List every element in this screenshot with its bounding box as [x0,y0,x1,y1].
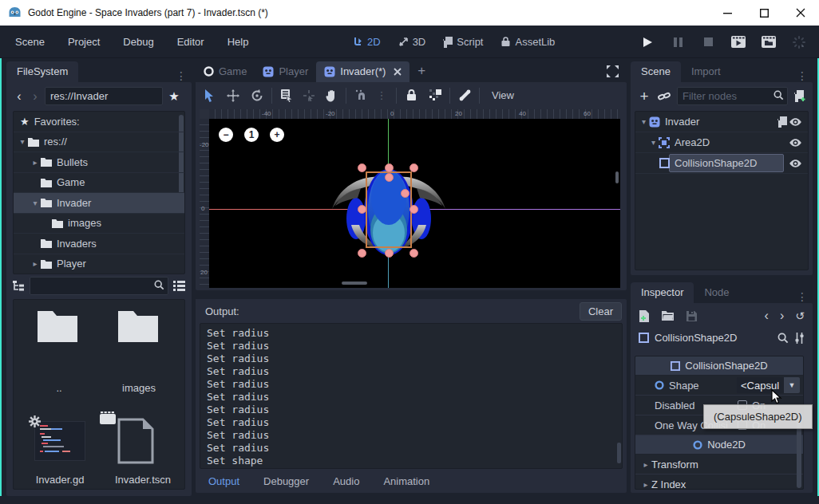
file-invader-tscn[interactable] [117,418,159,466]
tree-item-images[interactable]: images [14,214,184,234]
zoom-reset-button[interactable]: 1 [244,128,259,142]
canvas-content[interactable]: − 1 + [209,119,620,288]
menu-debug[interactable]: Debug [115,32,161,52]
pause-button[interactable] [669,33,686,51]
script-attached-icon[interactable] [777,116,787,128]
collision-shape-rect[interactable] [366,171,412,248]
chevron-down-icon[interactable]: ▾ [30,199,41,207]
history-back-icon[interactable]: ‹ [13,89,26,104]
viewport-hscrollbar[interactable] [342,282,367,285]
chevron-right-icon[interactable]: ▸ [30,259,41,268]
zoom-out-button[interactable]: − [219,128,233,142]
filesystem-search-input[interactable] [30,277,168,295]
viewport[interactable]: -40 -20 0 20 40 60 -20 0 20 [200,109,620,288]
chevron-down-icon[interactable]: ▾ [639,117,649,126]
tree-item-favorites[interactable]: ★ Favorites: [14,112,184,132]
file-label[interactable]: Invader.tscn [99,474,187,486]
history-next-icon[interactable]: › [780,309,784,323]
menu-scene[interactable]: Scene [7,32,53,52]
property-tools-icon[interactable] [794,333,805,344]
scene-tab-player[interactable]: Player [255,61,316,82]
section-node2d[interactable]: Node2D [635,435,803,455]
instance-scene-link-icon[interactable] [658,91,671,102]
filesystem-dock-menu-icon[interactable]: ⋮ [171,69,192,82]
group-zindex-row[interactable]: ▸ Z Index [635,474,803,490]
tab-debugger[interactable]: Debugger [257,472,315,490]
close-button[interactable] [782,0,819,26]
list-select-icon[interactable] [278,87,295,104]
tree-item-invaders[interactable]: Invaders [14,234,184,254]
skeleton-bone-icon[interactable] [456,87,473,104]
tab-inspector[interactable]: Inspector [631,282,694,303]
group-children-icon[interactable] [426,87,444,104]
chevron-down-icon[interactable]: ▾ [648,138,659,147]
file-label[interactable]: Invader.gd [20,474,100,486]
history-prev-icon[interactable]: ‹ [765,309,769,323]
selection-handle[interactable] [410,163,418,172]
list-view-toggle-icon[interactable] [173,281,185,291]
tree-item-player[interactable]: ▸ Player [14,254,184,275]
file-label[interactable]: .. [19,382,99,394]
tab-node[interactable]: Node [694,282,739,303]
selection-handle[interactable] [385,249,394,258]
new-resource-icon[interactable] [639,310,649,322]
select-tool-icon[interactable] [200,87,218,104]
selection-handle[interactable] [358,205,366,214]
clear-output-button[interactable]: Clear [580,302,622,321]
tab-output[interactable]: Output [202,472,246,490]
object-history-icon[interactable]: ↺ [795,309,805,322]
output-scrollbar[interactable] [617,443,621,463]
snap-options-menu-icon[interactable]: ⋮ [373,87,390,104]
folder-up-icon[interactable] [35,309,80,345]
tab-audio[interactable]: Audio [326,472,366,490]
capsule-height-handle[interactable] [385,173,394,182]
folder-images-icon[interactable] [116,309,160,345]
new-scene-tab-button[interactable]: + [417,63,425,79]
tab-filesystem[interactable]: FileSystem [6,61,78,82]
add-node-icon[interactable]: + [637,88,651,105]
workspace-assetlib[interactable]: AssetLib [497,33,558,51]
menu-project[interactable]: Project [60,32,108,52]
scene-node-invader[interactable]: ▾ Invader [635,112,808,132]
scene-tab-invader[interactable]: Invader(*) [316,61,410,82]
lock-object-icon[interactable] [402,87,420,104]
scene-dock-menu-icon[interactable]: ⋮ [792,69,813,82]
pan-tool-icon[interactable] [322,87,340,104]
tree-item-game[interactable]: Game [14,173,184,194]
tab-import[interactable]: Import [681,61,731,82]
menu-help[interactable]: Help [220,32,257,52]
shape-dropdown-arrow-icon[interactable]: ▼ [784,377,800,393]
tree-item-res-root[interactable]: ▾ res:// [14,132,184,153]
minimize-button[interactable] [709,0,746,26]
rotate-tool-icon[interactable] [248,87,266,104]
attach-script-icon[interactable] [794,90,806,103]
tree-view-toggle-icon[interactable] [13,281,25,292]
tree-item-invader[interactable]: ▾ Invader [14,193,184,214]
group-transform-row[interactable]: ▸ Transform [635,455,803,474]
maximize-button[interactable] [746,0,782,26]
workspace-2d[interactable]: 2D [350,33,384,51]
workspace-3d[interactable]: 3D [395,33,429,51]
selection-handle[interactable] [358,163,366,172]
capsule-radius-handle[interactable] [401,189,410,198]
scene-node-area2d[interactable]: ▾ Area2D [635,132,808,153]
visibility-eye-icon[interactable] [789,159,801,167]
scene-tab-game[interactable]: Game [196,61,255,82]
chevron-right-icon[interactable]: ▸ [30,158,41,167]
smart-snap-icon[interactable] [352,87,370,104]
distraction-free-icon[interactable] [607,65,619,77]
play-scene-button[interactable] [730,33,747,51]
visibility-eye-icon[interactable] [789,118,801,126]
visibility-eye-icon[interactable] [789,139,801,147]
file-invader-gd[interactable] [34,416,85,467]
play-button[interactable] [639,33,656,51]
viewport-vscrollbar[interactable] [615,171,619,183]
tab-scene[interactable]: Scene [631,61,681,82]
stop-button[interactable] [699,33,717,51]
selection-handle[interactable] [358,249,366,258]
path-field[interactable] [45,87,163,105]
selection-handle[interactable] [410,249,418,258]
load-resource-folder-icon[interactable] [662,311,674,321]
menu-editor[interactable]: Editor [169,32,212,52]
history-forward-icon[interactable]: › [29,89,42,104]
